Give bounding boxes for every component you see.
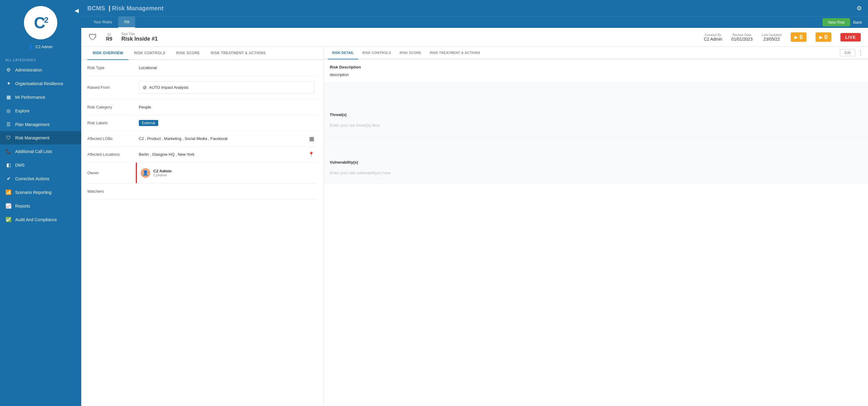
badge-orange2-icon: ▶ (819, 35, 823, 40)
administration-icon: ⚙ (5, 67, 11, 73)
sidebar-item-label: Corrective Actions (15, 176, 50, 181)
risk-id-value: R9 (106, 36, 112, 42)
sidebar-item-mi-performance[interactable]: ▦ MI Performance (0, 90, 81, 104)
header-title: BCMS | Risk Management (87, 5, 165, 12)
app-name: BCMS (87, 5, 105, 11)
risk-shield-icon: 🛡 (89, 32, 97, 42)
tab-risk-controls-left[interactable]: Risk Controls (128, 46, 170, 60)
tab-risk-detail[interactable]: Risk Detail (328, 46, 358, 59)
risk-id-label: ID (106, 33, 112, 36)
tab-risk-treatment-right[interactable]: Risk Treatment & Actions (426, 46, 485, 59)
badge-orange-value: 6 (800, 34, 803, 40)
risk-labels-value: External (136, 115, 317, 131)
sidebar-item-label: Scenario Reporting (15, 190, 52, 195)
threats-placeholder: Enter your risk threat(s) here (330, 120, 862, 131)
edit-button[interactable]: Edit (840, 49, 855, 56)
sidebar-item-label: Administration (15, 68, 42, 72)
tab-risk-overview[interactable]: Risk Overview (87, 46, 128, 60)
affected-locations-label: Affected Locations (87, 147, 136, 162)
badge-orange2-value: 0 (824, 34, 828, 40)
more-button[interactable]: ⋮ (858, 50, 864, 56)
sidebar-item-label: Reports (15, 204, 30, 209)
review-date-label: Review Date (731, 33, 752, 37)
sidebar-item-additional-call-lists[interactable]: 📞 Additional Call Lists (0, 145, 81, 158)
vulnerability-section: Vulnerability(s) Enter your risk vulnera… (324, 155, 868, 184)
user-icon: 👤 (29, 44, 34, 49)
vulnerability-placeholder: Enter your risk vulnerability(s) here (330, 167, 862, 178)
sidebar-item-plan-management[interactable]: ☰ Plan Management (0, 118, 81, 131)
scenario-reporting-icon: 📶 (5, 189, 11, 195)
tab-r9[interactable]: R9 (118, 17, 135, 28)
sidebar-item-organisational-resilience[interactable]: ✦ Organisational Resilience (0, 77, 81, 90)
raised-from-text: AUTO Impact Analysis (149, 85, 188, 90)
right-tab-actions: Edit ⋮ (840, 49, 864, 56)
tab-risk-controls-right[interactable]: Risk Controls (358, 46, 396, 59)
risk-title-label: Risk Title (121, 32, 695, 36)
sidebar-item-dms[interactable]: ◧ DMS (0, 158, 81, 172)
last-updated-label: Last Updated (762, 33, 781, 37)
risk-category-text: People (139, 105, 151, 110)
badge-live-text: LIVE (845, 35, 856, 40)
logo-circle: C2 (24, 6, 57, 39)
sidebar-collapse-button[interactable]: ◀ (72, 6, 81, 15)
sidebar-item-corrective-actions[interactable]: ✔ Corrective Actions (0, 172, 81, 185)
sidebar-item-audit-and-compliance[interactable]: ✅ Audit And Compliance (0, 213, 81, 226)
affected-locations-text: Berlin , Glasgow HQ , New York (139, 152, 194, 157)
sidebar-username: C2 Admin (35, 44, 53, 49)
watchers-label: Watchers (87, 184, 136, 199)
tab-risk-score-right[interactable]: Risk Score (396, 46, 426, 59)
back-button[interactable]: Back (853, 20, 862, 25)
owner-bar (136, 162, 137, 183)
form-row-raised-from: Raised From ⊘ AUTO Impact Analysis (87, 76, 317, 99)
badge-orange-0: ▶ 0 (815, 32, 831, 42)
sidebar-item-risk-management[interactable]: 🛡 Risk Management (0, 131, 81, 145)
form-row-affected-lobs: Affected LOBs C2 , Product , Marketing ,… (87, 131, 317, 147)
risk-type-text: Locational (139, 65, 157, 70)
owner-value: 👤 C2 Admin C2Admin (136, 162, 317, 183)
raised-from-label: Raised From (87, 76, 136, 99)
risk-type-value: Locational (136, 60, 317, 75)
risk-management-icon: 🛡 (5, 135, 11, 140)
raised-from-value: ⊘ AUTO Impact Analysis (136, 76, 317, 99)
sidebar: ◀ C2 👤 C2 Admin All Categories ⚙ Adminis… (0, 0, 81, 406)
tab-actions: New Risk Back (823, 18, 862, 26)
raised-from-bordered: ⊘ AUTO Impact Analysis (139, 81, 314, 94)
sidebar-logo-area: ◀ C2 👤 C2 Admin (0, 0, 81, 56)
sidebar-item-label: Organisational Resilience (15, 81, 63, 86)
risk-review-date: Review Date 01/01/2023 (731, 33, 752, 41)
location-pin-icon: 📍 (308, 152, 314, 157)
risk-last-updated: Last Updated 23/05/22 (762, 33, 781, 41)
form-row-risk-category: Risk Category People (87, 99, 317, 115)
risk-overview-form: Risk Type Locational Raised From ⊘ AUTO … (81, 60, 323, 199)
sidebar-item-explore[interactable]: ◎ Explore (0, 104, 81, 118)
right-panel: Risk Detail Risk Controls Risk Score Ris… (324, 46, 868, 406)
tab-bar: Your Risks R9 New Risk Back (81, 17, 868, 28)
tab-risk-treatment-left[interactable]: Risk Treatment & Actions (205, 46, 271, 60)
left-panel-tabs: Risk Overview Risk Controls Risk Score R… (81, 46, 323, 60)
corrective-actions-icon: ✔ (5, 176, 11, 182)
sidebar-item-administration[interactable]: ⚙ Administration (0, 63, 81, 77)
sidebar-item-reports[interactable]: 📈 Reports (0, 199, 81, 213)
sidebar-item-scenario-reporting[interactable]: 📶 Scenario Reporting (0, 185, 81, 199)
risk-meta: Created By C2 Admin Review Date 01/01/20… (704, 32, 861, 42)
sidebar-categories-label: All Categories (0, 56, 81, 63)
risk-description-title: Risk Description (330, 65, 862, 69)
sidebar-user: 👤 C2 Admin (29, 42, 53, 53)
new-risk-button[interactable]: New Risk (823, 18, 850, 26)
badge-live: LIVE (840, 33, 861, 41)
left-panel: Risk Overview Risk Controls Risk Score R… (81, 46, 324, 406)
sidebar-item-label: MI Performance (15, 95, 45, 100)
audit-compliance-icon: ✅ (5, 217, 11, 222)
reports-icon: 📈 (5, 203, 11, 209)
sidebar-item-label: Additional Call Lists (15, 149, 52, 154)
risk-id-block: ID R9 (106, 33, 112, 42)
settings-icon[interactable]: ⚙ (857, 4, 862, 12)
owner-name: C2 Admin (153, 169, 172, 173)
form-row-affected-locations: Affected Locations Berlin , Glasgow HQ ,… (87, 147, 317, 162)
tab-risk-score-left[interactable]: Risk Score (171, 46, 206, 60)
tab-your-risks[interactable]: Your Risks (87, 17, 118, 28)
risk-type-label: Risk Type (87, 60, 136, 75)
badge-orange-6: ▶ 6 (791, 32, 806, 42)
content-area: 🛡 ID R9 Risk Title Risk Inside #1 Create… (81, 28, 868, 406)
explore-icon: ◎ (5, 108, 11, 114)
